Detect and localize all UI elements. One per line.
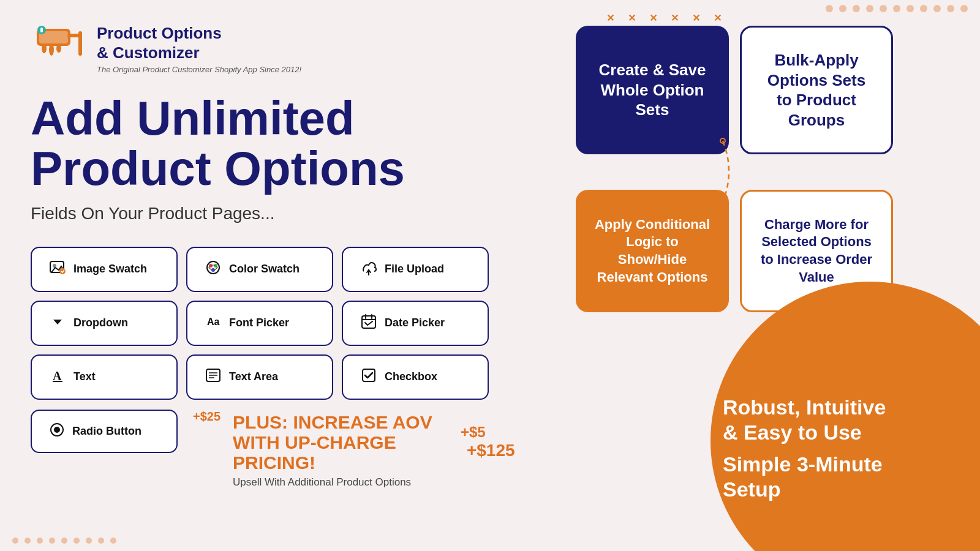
svg-point-4 <box>42 43 47 53</box>
aov-title: PLUS: INCREASE AOV WITH UP-CHARGE PRICIN… <box>233 412 454 473</box>
subheadline: Fields On Your Product Pages... <box>31 204 533 223</box>
circle-text-line4: Setup <box>723 477 931 502</box>
option-font-picker-label: Font Picker <box>229 317 289 329</box>
price-badge-2: +$125 <box>467 441 515 460</box>
svg-rect-8 <box>40 28 43 32</box>
aov-section: Radio Button +$25 PLUS: INCREASE AOV WIT… <box>31 410 533 489</box>
option-dropdown-label: Dropdown <box>74 317 128 329</box>
logo-text: Product Options & Customizer The Origina… <box>97 24 301 73</box>
aov-text-block: PLUS: INCREASE AOV WITH UP-CHARGE PRICIN… <box>233 410 533 489</box>
circle-text-line2: & Easy to Use <box>723 420 931 445</box>
option-color-swatch[interactable]: Color Swatch <box>186 247 333 292</box>
price-badge-3: +$25 <box>193 410 221 424</box>
circle-text: Robust, Intuitive & Easy to Use Simple 3… <box>723 395 931 502</box>
circle-text-line1: Robust, Intuitive <box>723 395 931 420</box>
x-markers-top: ✕ ✕ ✕ ✕ ✕ ✕ <box>606 12 722 24</box>
option-radio-button[interactable]: Radio Button <box>31 410 178 453</box>
svg-point-6 <box>56 44 61 53</box>
option-text-label: Text <box>74 370 96 383</box>
color-swatch-icon <box>205 259 222 280</box>
svg-rect-3 <box>78 31 82 56</box>
headline: Add Unlimited Product Options <box>31 94 533 194</box>
option-checkbox[interactable]: Checkbox <box>342 354 489 400</box>
image-swatch-icon <box>49 259 66 280</box>
logo-icon <box>31 21 86 77</box>
svg-rect-19 <box>362 316 375 328</box>
option-date-picker[interactable]: Date Picker <box>342 301 489 346</box>
svg-point-31 <box>54 427 60 433</box>
checkbox-icon <box>360 367 377 388</box>
svg-point-11 <box>59 268 66 274</box>
option-image-swatch[interactable]: Image Swatch <box>31 247 178 292</box>
option-file-upload-label: File Upload <box>385 263 444 276</box>
radio-button-label: Radio Button <box>72 425 141 438</box>
left-panel: Product Options & Customizer The Origina… <box>0 0 564 551</box>
font-picker-icon: Aa <box>205 313 222 334</box>
date-picker-icon <box>360 313 377 334</box>
option-file-upload[interactable]: File Upload <box>342 247 489 292</box>
option-color-swatch-label: Color Swatch <box>229 263 300 276</box>
option-text-area-label: Text Area <box>229 370 278 383</box>
svg-marker-17 <box>53 320 62 324</box>
text-area-icon <box>205 367 222 388</box>
logo-area: Product Options & Customizer The Origina… <box>31 21 533 77</box>
option-checkbox-label: Checkbox <box>385 370 437 383</box>
option-text[interactable]: A Text <box>31 354 178 400</box>
option-image-swatch-label: Image Swatch <box>74 263 147 276</box>
option-text-area[interactable]: Text Area <box>186 354 333 400</box>
option-dropdown[interactable]: Dropdown <box>31 301 178 346</box>
aov-subtitle: Upsell With Additional Product Options <box>233 476 533 489</box>
card-bulk-apply: Bulk-Apply Options Sets to Product Group… <box>740 26 893 154</box>
logo-title: Product Options & Customizer <box>97 24 301 62</box>
svg-point-10 <box>53 264 56 268</box>
options-row-1: Image Swatch Color Swatch <box>31 247 533 292</box>
dropdown-icon <box>49 313 66 334</box>
right-panel: ✕ ✕ ✕ ✕ ✕ ✕ Create & Save Whole Option S… <box>539 0 980 551</box>
options-row-3: A Text Text Area <box>31 354 533 400</box>
svg-text:Aa: Aa <box>207 317 220 327</box>
svg-text:A: A <box>53 369 62 383</box>
file-upload-icon <box>360 259 377 280</box>
options-grid: Image Swatch Color Swatch <box>31 247 533 400</box>
logo-subtitle: The Original Product Customizer Shopify … <box>97 65 301 74</box>
radio-button-icon <box>49 422 65 441</box>
options-row-2: Dropdown Aa Font Picker <box>31 301 533 346</box>
card-conditional: Apply Conditional Logic to Show/Hide Rel… <box>576 190 729 312</box>
price-badge-1: +$5 <box>461 424 486 440</box>
svg-point-5 <box>49 43 54 56</box>
option-date-picker-label: Date Picker <box>385 317 445 329</box>
circle-text-line3: Simple 3-Minute <box>723 452 931 477</box>
text-icon: A <box>49 367 66 388</box>
option-font-picker[interactable]: Aa Font Picker <box>186 301 333 346</box>
